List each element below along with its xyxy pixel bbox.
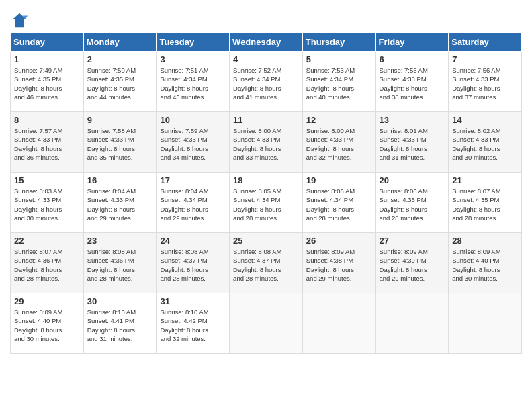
calendar-cell: 24 Sunrise: 8:08 AMSunset: 4:37 PMDaylig… — [157, 233, 230, 293]
day-number: 31 — [160, 296, 226, 306]
calendar-cell: 18 Sunrise: 8:05 AMSunset: 4:34 PMDaylig… — [230, 173, 303, 233]
day-info: Sunrise: 8:01 AMSunset: 4:33 PMDaylight:… — [380, 126, 445, 162]
day-info: Sunrise: 8:10 AMSunset: 4:42 PMDaylight:… — [160, 308, 226, 343]
day-info: Sunrise: 8:10 AMSunset: 4:41 PMDaylight:… — [87, 308, 153, 343]
day-info: Sunrise: 8:08 AMSunset: 4:37 PMDaylight:… — [233, 247, 299, 283]
day-number: 24 — [160, 236, 226, 246]
calendar-cell: 17 Sunrise: 8:04 AMSunset: 4:34 PMDaylig… — [157, 173, 230, 233]
day-number: 20 — [380, 175, 445, 185]
day-number: 2 — [87, 54, 153, 64]
day-info: Sunrise: 7:58 AMSunset: 4:33 PMDaylight:… — [87, 126, 153, 162]
day-number: 3 — [160, 54, 226, 64]
day-info: Sunrise: 8:07 AMSunset: 4:35 PMDaylight:… — [452, 187, 518, 222]
calendar-cell: 16 Sunrise: 8:04 AMSunset: 4:33 PMDaylig… — [83, 173, 157, 233]
day-info: Sunrise: 7:56 AMSunset: 4:33 PMDaylight:… — [452, 66, 518, 101]
day-info: Sunrise: 8:09 AMSunset: 4:40 PMDaylight:… — [452, 247, 518, 283]
header-thursday: Thursday — [302, 33, 375, 52]
day-info: Sunrise: 8:04 AMSunset: 4:34 PMDaylight:… — [160, 187, 226, 222]
calendar-cell: 9 Sunrise: 7:58 AMSunset: 4:33 PMDayligh… — [83, 112, 157, 173]
calendar-cell: 30 Sunrise: 8:10 AMSunset: 4:41 PMDaylig… — [83, 293, 157, 354]
day-number: 25 — [233, 236, 299, 246]
calendar-cell: 7 Sunrise: 7:56 AMSunset: 4:33 PMDayligh… — [449, 52, 522, 112]
day-info: Sunrise: 8:04 AMSunset: 4:33 PMDaylight:… — [87, 187, 153, 222]
day-info: Sunrise: 7:51 AMSunset: 4:34 PMDaylight:… — [160, 66, 226, 101]
day-info: Sunrise: 8:00 AMSunset: 4:33 PMDaylight:… — [233, 126, 299, 162]
day-info: Sunrise: 7:57 AMSunset: 4:33 PMDaylight:… — [14, 126, 80, 162]
day-number: 28 — [452, 236, 518, 246]
day-info: Sunrise: 8:03 AMSunset: 4:33 PMDaylight:… — [14, 187, 80, 222]
day-info: Sunrise: 7:50 AMSunset: 4:35 PMDaylight:… — [87, 66, 153, 101]
week-row-3: 15 Sunrise: 8:03 AMSunset: 4:33 PMDaylig… — [11, 173, 522, 233]
week-row-5: 29 Sunrise: 8:09 AMSunset: 4:40 PMDaylig… — [11, 293, 522, 354]
day-number: 23 — [87, 236, 153, 246]
calendar-cell: 3 Sunrise: 7:51 AMSunset: 4:34 PMDayligh… — [157, 52, 230, 112]
calendar-cell: 2 Sunrise: 7:50 AMSunset: 4:35 PMDayligh… — [83, 52, 157, 112]
calendar-cell: 27 Sunrise: 8:09 AMSunset: 4:39 PMDaylig… — [375, 233, 449, 293]
calendar-cell: 23 Sunrise: 8:08 AMSunset: 4:36 PMDaylig… — [83, 233, 157, 293]
header-friday: Friday — [375, 33, 449, 52]
day-number: 30 — [87, 296, 153, 306]
day-number: 5 — [306, 54, 372, 64]
day-info: Sunrise: 7:52 AMSunset: 4:34 PMDaylight:… — [233, 66, 299, 101]
day-number: 7 — [452, 54, 518, 64]
day-info: Sunrise: 7:59 AMSunset: 4:33 PMDaylight:… — [160, 126, 226, 162]
calendar-cell: 29 Sunrise: 8:09 AMSunset: 4:40 PMDaylig… — [11, 293, 84, 354]
calendar-cell: 10 Sunrise: 7:59 AMSunset: 4:33 PMDaylig… — [157, 112, 230, 173]
calendar: SundayMondayTuesdayWednesdayThursdayFrid… — [10, 32, 522, 354]
day-info: Sunrise: 8:06 AMSunset: 4:34 PMDaylight:… — [306, 187, 372, 222]
day-info: Sunrise: 8:00 AMSunset: 4:33 PMDaylight:… — [306, 126, 372, 162]
day-info: Sunrise: 8:06 AMSunset: 4:35 PMDaylight:… — [380, 187, 445, 222]
calendar-cell: 15 Sunrise: 8:03 AMSunset: 4:33 PMDaylig… — [11, 173, 84, 233]
day-info: Sunrise: 8:02 AMSunset: 4:33 PMDaylight:… — [452, 126, 518, 162]
day-number: 19 — [306, 175, 372, 185]
day-number: 27 — [380, 236, 445, 246]
calendar-cell: 6 Sunrise: 7:55 AMSunset: 4:33 PMDayligh… — [375, 52, 449, 112]
day-info: Sunrise: 8:08 AMSunset: 4:37 PMDaylight:… — [160, 247, 226, 283]
calendar-cell: 26 Sunrise: 8:09 AMSunset: 4:38 PMDaylig… — [302, 233, 375, 293]
calendar-cell: 25 Sunrise: 8:08 AMSunset: 4:37 PMDaylig… — [230, 233, 303, 293]
day-info: Sunrise: 8:09 AMSunset: 4:40 PMDaylight:… — [14, 308, 80, 343]
day-number: 14 — [452, 115, 518, 125]
calendar-cell: 13 Sunrise: 8:01 AMSunset: 4:33 PMDaylig… — [375, 112, 449, 173]
calendar-cell: 20 Sunrise: 8:06 AMSunset: 4:35 PMDaylig… — [375, 173, 449, 233]
calendar-cell: 12 Sunrise: 8:00 AMSunset: 4:33 PMDaylig… — [302, 112, 375, 173]
day-info: Sunrise: 8:09 AMSunset: 4:38 PMDaylight:… — [306, 247, 372, 283]
calendar-cell: 19 Sunrise: 8:06 AMSunset: 4:34 PMDaylig… — [302, 173, 375, 233]
calendar-cell: 1 Sunrise: 7:49 AMSunset: 4:35 PMDayligh… — [11, 52, 84, 112]
day-number: 6 — [380, 54, 445, 64]
calendar-cell: 8 Sunrise: 7:57 AMSunset: 4:33 PMDayligh… — [11, 112, 84, 173]
day-info: Sunrise: 8:08 AMSunset: 4:36 PMDaylight:… — [87, 247, 153, 283]
header — [10, 7, 522, 30]
day-number: 8 — [14, 115, 80, 125]
header-wednesday: Wednesday — [230, 33, 303, 52]
day-info: Sunrise: 8:09 AMSunset: 4:39 PMDaylight:… — [380, 247, 445, 283]
week-row-1: 1 Sunrise: 7:49 AMSunset: 4:35 PMDayligh… — [11, 52, 522, 112]
day-number: 11 — [233, 115, 299, 125]
calendar-cell — [449, 293, 522, 354]
day-number: 15 — [14, 175, 80, 185]
calendar-cell — [375, 293, 449, 354]
logo-icon — [10, 11, 29, 30]
day-number: 21 — [452, 175, 518, 185]
day-number: 29 — [14, 296, 80, 306]
day-number: 13 — [380, 115, 445, 125]
day-number: 17 — [160, 175, 226, 185]
day-number: 9 — [87, 115, 153, 125]
day-number: 4 — [233, 54, 299, 64]
calendar-cell: 28 Sunrise: 8:09 AMSunset: 4:40 PMDaylig… — [449, 233, 522, 293]
header-sunday: Sunday — [11, 33, 84, 52]
day-number: 18 — [233, 175, 299, 185]
week-row-2: 8 Sunrise: 7:57 AMSunset: 4:33 PMDayligh… — [11, 112, 522, 173]
day-number: 1 — [14, 54, 80, 64]
day-info: Sunrise: 8:07 AMSunset: 4:36 PMDaylight:… — [14, 247, 80, 283]
day-info: Sunrise: 8:05 AMSunset: 4:34 PMDaylight:… — [233, 187, 299, 222]
header-saturday: Saturday — [449, 33, 522, 52]
calendar-cell: 22 Sunrise: 8:07 AMSunset: 4:36 PMDaylig… — [11, 233, 84, 293]
calendar-cell: 31 Sunrise: 8:10 AMSunset: 4:42 PMDaylig… — [157, 293, 230, 354]
header-monday: Monday — [83, 33, 157, 52]
calendar-cell: 11 Sunrise: 8:00 AMSunset: 4:33 PMDaylig… — [230, 112, 303, 173]
day-info: Sunrise: 7:55 AMSunset: 4:33 PMDaylight:… — [380, 66, 445, 101]
calendar-header-row: SundayMondayTuesdayWednesdayThursdayFrid… — [11, 33, 522, 52]
day-info: Sunrise: 7:49 AMSunset: 4:35 PMDaylight:… — [14, 66, 80, 101]
calendar-cell: 14 Sunrise: 8:02 AMSunset: 4:33 PMDaylig… — [449, 112, 522, 173]
